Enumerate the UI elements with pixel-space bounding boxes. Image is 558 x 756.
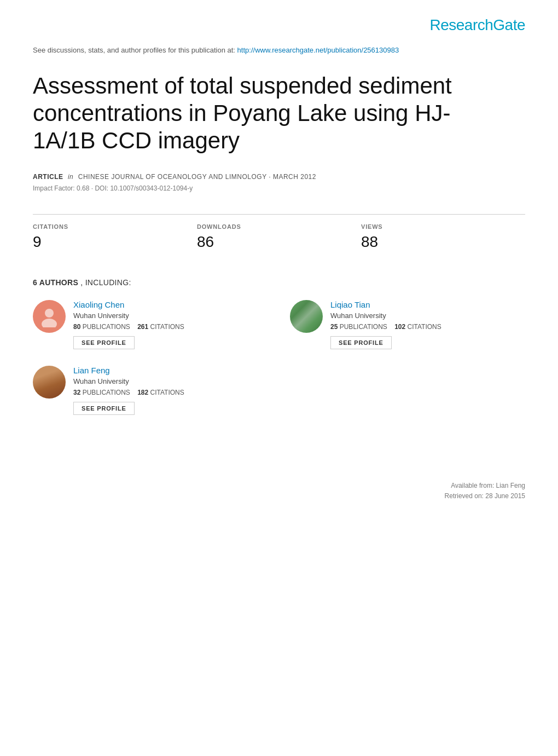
- article-meta: ARTICLE in CHINESE JOURNAL OF OCEANOLOGY…: [33, 171, 525, 181]
- footer-retrieved: Retrieved on: 28 June 2015: [33, 491, 525, 501]
- author-stats-lian-feng: 32 PUBLICATIONS 182 CITATIONS: [73, 389, 184, 396]
- publication-url[interactable]: http://www.researchgate.net/publication/…: [237, 46, 399, 54]
- author-university-xiaoling-chen: Wuhan University: [73, 311, 184, 320]
- author-card-lian-feng: Lian Feng Wuhan University 32 PUBLICATIO…: [33, 366, 268, 415]
- author-stats-liqiao-tian: 25 PUBLICATIONS 102 CITATIONS: [330, 323, 441, 331]
- author-pub-count-lian: 32: [73, 389, 80, 396]
- author-cite-label-lian: CITATIONS: [150, 389, 184, 396]
- author-cite-count-liqiao: 102: [394, 323, 405, 331]
- views-block: VIEWS 88: [361, 223, 525, 251]
- author-info-xiaoling-chen: Xiaoling Chen Wuhan University 80 PUBLIC…: [73, 300, 184, 349]
- authors-label: AUTHORS: [39, 278, 78, 287]
- authors-grid: Xiaoling Chen Wuhan University 80 PUBLIC…: [33, 300, 525, 415]
- footer-available-from: Available from: Lian Feng: [33, 481, 525, 491]
- footer-note: Available from: Lian Feng Retrieved on: …: [33, 481, 525, 501]
- author-name-lian-feng[interactable]: Lian Feng: [73, 366, 184, 375]
- avatar-xiaoling-chen: [33, 300, 66, 333]
- author-name-xiaoling-chen[interactable]: Xiaoling Chen: [73, 300, 184, 309]
- citations-value: 9: [33, 233, 197, 251]
- author-info-lian-feng: Lian Feng Wuhan University 32 PUBLICATIO…: [73, 366, 184, 415]
- downloads-value: 86: [197, 233, 361, 251]
- impact-doi: Impact Factor: 0.68 · DOI: 10.1007/s0034…: [33, 184, 525, 192]
- author-card-liqiao-tian: Liqiao Tian Wuhan University 25 PUBLICAT…: [290, 300, 525, 349]
- authors-heading: 6 AUTHORS , INCLUDING:: [33, 278, 525, 287]
- citations-block: CITATIONS 9: [33, 223, 197, 251]
- author-university-lian-feng: Wuhan University: [73, 377, 184, 385]
- views-label: VIEWS: [361, 223, 525, 230]
- see-profile-button-xiaoling[interactable]: SEE PROFILE: [73, 336, 135, 349]
- author-university-liqiao-tian: Wuhan University: [330, 311, 441, 320]
- article-type-label: ARTICLE: [33, 173, 63, 181]
- see-profile-button-liqiao[interactable]: SEE PROFILE: [330, 336, 392, 349]
- downloads-label: DOWNLOADS: [197, 223, 361, 230]
- publication-link-row: See discussions, stats, and author profi…: [33, 45, 525, 56]
- author-pub-count-xiaoling: 80: [73, 323, 80, 331]
- author-pub-count-liqiao: 25: [330, 323, 338, 331]
- see-discussions-text: See discussions, stats, and author profi…: [33, 46, 235, 54]
- author-stats-xiaoling-chen: 80 PUBLICATIONS 261 CITATIONS: [73, 323, 184, 331]
- author-cite-label-xiaoling: CITATIONS: [150, 323, 184, 331]
- avatar-liqiao-tian: [290, 300, 323, 333]
- authors-count: 6: [33, 278, 37, 287]
- author-card-xiaoling-chen: Xiaoling Chen Wuhan University 80 PUBLIC…: [33, 300, 268, 349]
- citations-label: CITATIONS: [33, 223, 197, 230]
- author-name-liqiao-tian[interactable]: Liqiao Tian: [330, 300, 441, 309]
- stats-row: CITATIONS 9 DOWNLOADS 86 VIEWS 88: [33, 223, 525, 251]
- article-journal: CHINESE JOURNAL OF OCEANOLOGY AND LIMNOL…: [78, 173, 316, 181]
- author-pub-label-lian: PUBLICATIONS: [83, 389, 130, 396]
- authors-including: , INCLUDING:: [80, 278, 131, 287]
- svg-point-1: [42, 319, 57, 327]
- author-info-liqiao-tian: Liqiao Tian Wuhan University 25 PUBLICAT…: [330, 300, 441, 349]
- svg-point-0: [45, 309, 54, 318]
- downloads-block: DOWNLOADS 86: [197, 223, 361, 251]
- article-title: Assessment of total suspended sediment c…: [33, 72, 498, 155]
- stats-divider: [33, 214, 525, 215]
- researchgate-logo: ResearchGate: [429, 16, 525, 34]
- avatar-lian-feng: [33, 366, 66, 399]
- see-profile-button-lian[interactable]: SEE PROFILE: [73, 402, 135, 415]
- author-cite-count-lian: 182: [137, 389, 148, 396]
- author-cite-count-xiaoling: 261: [137, 323, 148, 331]
- views-value: 88: [361, 233, 525, 251]
- author-cite-label-liqiao: CITATIONS: [408, 323, 441, 331]
- header: ResearchGate: [33, 16, 525, 34]
- author-pub-label-xiaoling: PUBLICATIONS: [83, 323, 130, 331]
- author-pub-label-liqiao: PUBLICATIONS: [340, 323, 387, 331]
- in-word: in: [68, 173, 73, 181]
